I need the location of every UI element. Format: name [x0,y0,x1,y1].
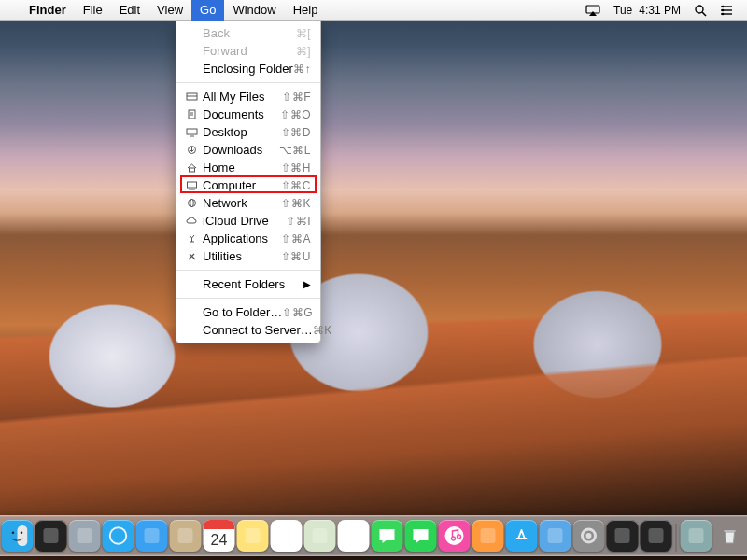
svg-rect-20 [187,182,196,188]
svg-line-26 [190,254,195,259]
app-menu[interactable]: Finder [21,0,75,21]
menu-item-home[interactable]: Home ⇧⌘H [176,159,320,176]
downloads-icon [184,144,199,157]
dock-item-facetime[interactable] [405,520,437,552]
submenu-arrow-icon: ▶ [303,279,311,289]
svg-rect-15 [187,129,197,134]
svg-rect-44 [481,528,496,543]
svg-point-48 [586,533,592,539]
menu-item-go-to-folder[interactable]: Go to Folder… ⇧⌘G [176,303,320,321]
svg-rect-52 [725,530,736,532]
all-my-files-icon [184,91,199,104]
documents-icon [184,108,199,121]
menu-edit[interactable]: Edit [111,0,148,21]
notification-center-icon[interactable] [713,0,740,21]
dock-item-trash[interactable] [714,520,746,552]
dock-item-reminders[interactable] [271,520,303,552]
svg-rect-50 [649,528,664,543]
svg-rect-37 [145,528,160,543]
dock-item-terminal[interactable] [641,520,672,552]
svg-rect-40 [279,528,294,543]
menu-item-back: Back ⌘[ [176,24,320,42]
dock-item-activity[interactable] [607,520,639,552]
svg-point-29 [12,531,15,534]
svg-rect-38 [178,528,193,543]
dock-item-ibooks[interactable] [472,520,504,552]
menu-item-forward: Forward ⌘] [176,42,320,60]
svg-point-9 [722,12,725,15]
menu-window[interactable]: Window [224,0,284,21]
svg-rect-19 [189,168,194,172]
menu-item-documents[interactable]: Documents ⇧⌘O [176,105,320,123]
menu-item-recent-folders[interactable]: Recent Folders ▶ [176,275,320,293]
spotlight-icon[interactable] [687,0,713,21]
computer-icon [184,179,199,192]
dock-item-mail[interactable] [136,520,168,552]
menu-separator [176,82,320,83]
menu-separator [176,298,320,299]
dock-item-messages[interactable] [372,520,403,552]
menu-help[interactable]: Help [285,0,327,21]
svg-rect-32 [78,528,92,543]
go-menu-dropdown: Back ⌘[ Forward ⌘] Enclosing Folder ⌘↑ A… [176,21,321,343]
svg-line-25 [189,254,194,259]
svg-point-8 [722,8,725,11]
apple-menu[interactable] [7,0,21,21]
svg-rect-41 [313,528,328,543]
menu-item-enclosing-folder[interactable]: Enclosing Folder ⌘↑ [176,60,320,77]
menubar-time[interactable]: 4:31 PM [639,0,687,21]
network-icon [184,197,199,210]
dock-item-photos[interactable] [338,520,370,552]
menubar: Finder File Edit View Go Window Help Tue… [0,0,747,21]
svg-rect-51 [689,528,704,543]
svg-line-3 [702,12,706,16]
utilities-icon [184,250,199,263]
desktop-icon [184,126,199,139]
menu-item-all-my-files[interactable]: All My Files ⇧⌘F [176,88,320,105]
svg-rect-28 [18,525,28,546]
svg-rect-49 [615,528,630,543]
dock-item-preview[interactable] [540,520,571,552]
home-icon [184,161,199,175]
dock-item-maps[interactable] [304,520,336,552]
dock-item-appstore[interactable] [506,520,538,552]
menu-item-computer[interactable]: Computer ⇧⌘C [176,176,320,194]
svg-point-45 [513,526,531,545]
dock-item-downloads-stack[interactable] [681,520,712,552]
dock-item-calendar[interactable]: 24 [204,520,235,552]
icloud-icon [184,215,199,228]
svg-point-7 [722,5,725,7]
dock-item-system-preferences[interactable] [573,520,605,552]
menu-item-desktop[interactable]: Desktop ⇧⌘D [176,123,320,141]
menu-item-icloud-drive[interactable]: iCloud Drive ⇧⌘I [176,212,320,230]
dock-item-notes[interactable] [237,520,269,552]
svg-point-34 [111,528,126,543]
dock-item-contacts[interactable] [170,520,202,552]
svg-point-2 [696,6,703,13]
desktop-wallpaper [0,168,747,560]
menu-separator [176,270,320,271]
applications-icon [184,232,199,245]
dock-item-siri[interactable] [35,520,67,552]
svg-rect-46 [548,528,563,543]
dock-item-finder[interactable] [2,520,34,552]
svg-rect-31 [44,528,59,543]
menubar-day[interactable]: Tue [607,0,639,21]
dock-separator [676,524,677,552]
menu-go[interactable]: Go [191,0,224,21]
menu-file[interactable]: File [75,0,111,21]
menu-item-connect-to-server[interactable]: Connect to Server… ⌘K [176,321,320,339]
menu-item-network[interactable]: Network ⇧⌘K [176,194,320,212]
dock-item-itunes[interactable] [439,520,471,552]
dock: 24 [0,515,747,556]
svg-point-30 [21,531,23,534]
menu-view[interactable]: View [148,0,191,21]
menu-item-downloads[interactable]: Downloads ⌥⌘L [176,141,320,159]
airplay-icon[interactable] [579,0,607,21]
menu-item-utilities[interactable]: Utilities ⇧⌘U [176,247,320,265]
dock-item-launchpad[interactable] [69,520,101,552]
menu-item-applications[interactable]: Applications ⇧⌘A [176,230,320,247]
dock-item-safari[interactable] [103,520,134,552]
svg-rect-39 [246,528,261,543]
svg-rect-42 [346,528,361,543]
